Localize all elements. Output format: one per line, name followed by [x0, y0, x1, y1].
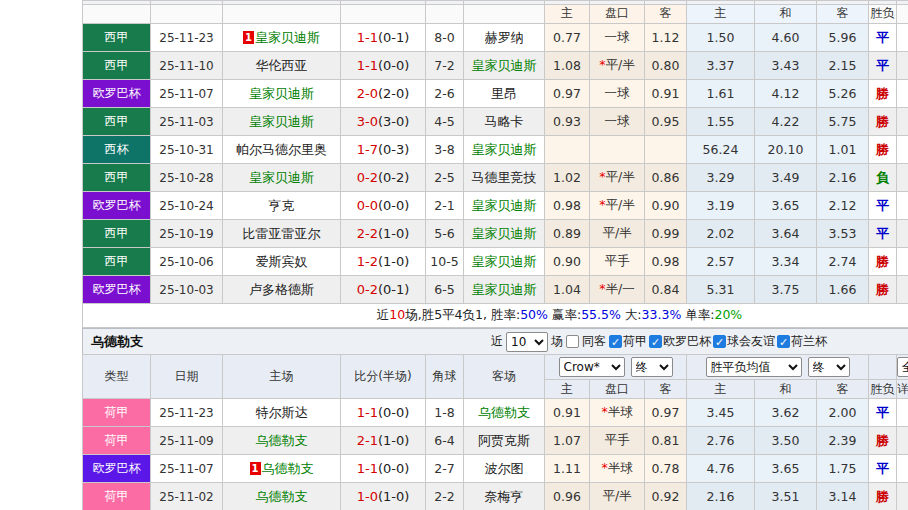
match-row: 西甲 25-10-28 皇家贝迪斯 0-2(0-2) 2-5 马德里竞技 1.0… [83, 164, 908, 192]
same-away-label: 同客 [582, 333, 606, 350]
final-odds-select-asia[interactable]: 终 [631, 357, 673, 377]
match-row: 欧罗巴杯 25-10-24 亨克 0-0(0-0) 2-1 皇家贝迪斯 0.98… [83, 192, 908, 220]
asia-away-odds: 0.90 [645, 192, 687, 220]
asia-away-odds: 0.91 [645, 80, 687, 108]
asia-home-odds: 1.11 [545, 455, 590, 483]
same-away-checkbox[interactable] [566, 335, 579, 348]
corner-count: 2-1 [426, 192, 464, 220]
match-row: 西甲 25-11-03 皇家贝迪斯 3-0(3-0) 4-5 马略卡 0.93 … [83, 108, 908, 136]
record-summary-text: 近10场,胜5平4负1, 胜率:50% 赢率:55.5% 大:33.3% 单率:… [83, 304, 908, 328]
euro-home-header: 主 [687, 380, 755, 399]
cutoff-cell [897, 136, 908, 164]
match-row: 西甲 25-10-06 爱斯宾奴 1-2(1-0) 10-5 皇家贝迪斯 0.9… [83, 248, 908, 276]
euro-draw-odds: 3.65 [755, 192, 817, 220]
away-team: 阿贾克斯 [464, 427, 545, 455]
asia-home-odds: 1.04 [545, 276, 590, 304]
final-odds-select-euro[interactable]: 终 [808, 357, 850, 377]
team2-title: 乌德勒支 [83, 333, 143, 351]
match-result: 勝 [869, 108, 897, 136]
asia-home-odds: 0.90 [545, 248, 590, 276]
match-result: 勝 [869, 483, 897, 510]
cutoff-cell [897, 248, 908, 276]
euro-home-odds: 4.76 [687, 455, 755, 483]
score-cell: 0-2(0-1) [341, 276, 426, 304]
recent-count-select[interactable]: 10 [506, 332, 548, 352]
match-row: 荷甲 25-11-02 乌德勒支 1-0(1-0) 2-2 奈梅亨 0.96 平… [83, 483, 908, 510]
league-badge: 西甲 [83, 248, 151, 276]
home-team: 乌德勒支 [223, 483, 341, 510]
summary-part: 单率: [681, 307, 714, 322]
euro-away-header: 客 [817, 380, 869, 399]
league-filter-checkbox[interactable]: ✓ [713, 335, 726, 348]
match-result: 勝 [869, 276, 897, 304]
euro-draw-header: 和 [755, 380, 817, 399]
league-filter-checkbox[interactable]: ✓ [777, 335, 790, 348]
result-header: 胜负 [869, 380, 897, 399]
euro-away-odds: 1.66 [817, 276, 869, 304]
euro-home-odds: 3.29 [687, 164, 755, 192]
avg-odds-select[interactable]: 胜平负均值 [706, 357, 802, 377]
score-cell: 1-1(0-0) [341, 52, 426, 80]
table2-header-top: 类型 日期 主场 比分(半场) 角球 客场 Crow* 终 胜平负均值 终 全 [83, 355, 908, 380]
cutoff-cell [897, 455, 908, 483]
away-team: 马略卡 [464, 108, 545, 136]
bookmaker-select[interactable]: Crow* [559, 357, 625, 377]
cutoff-select[interactable]: 全 [897, 357, 908, 377]
asia-home-odds: 0.91 [545, 399, 590, 427]
score-cell: 1-2(1-0) [341, 248, 426, 276]
away-team: 皇家贝迪斯 [464, 192, 545, 220]
match-row: 西甲 25-11-10 华伦西亚 1-1(0-0) 7-2 皇家贝迪斯 1.08… [83, 52, 908, 80]
euro-away-odds: 2.12 [817, 192, 869, 220]
corner-count: 5-6 [426, 220, 464, 248]
euro-draw-odds: 3.62 [755, 399, 817, 427]
handicap-value: *半/一 [590, 276, 645, 304]
league-badge: 欧罗巴杯 [83, 80, 151, 108]
asia-home-odds: 1.08 [545, 52, 590, 80]
asia-home-odds: 1.02 [545, 164, 590, 192]
euro-draw-odds: 20.10 [755, 136, 817, 164]
asia-home-odds: 0.98 [545, 192, 590, 220]
summary-part: 10 [389, 307, 405, 322]
cutoff-cell [897, 192, 908, 220]
handicap-value: 一球 [590, 24, 645, 52]
match-row: 西甲 25-11-23 1皇家贝迪斯 1-1(0-1) 8-0 赫罗纳 0.77… [83, 24, 908, 52]
asia-away-odds: 0.92 [645, 483, 687, 510]
match-row: 西甲 25-10-19 比雷亚雷亚尔 2-2(1-0) 5-6 皇家贝迪斯 0.… [83, 220, 908, 248]
euro-draw-odds: 3.51 [755, 483, 817, 510]
league-badge: 欧罗巴杯 [83, 276, 151, 304]
corner-count: 4-5 [426, 108, 464, 136]
corner-count: 2-6 [426, 80, 464, 108]
asia-away-odds: 0.98 [645, 248, 687, 276]
league-filter-checkbox[interactable]: ✓ [609, 335, 622, 348]
match-result: 平 [869, 399, 897, 427]
score-cell: 0-0(0-0) [341, 192, 426, 220]
match-date: 25-10-28 [151, 164, 223, 192]
asia-home-odds: 0.93 [545, 108, 590, 136]
home-team: 1乌德勒支 [223, 455, 341, 483]
match-history-panel: 主 盘口 客 主 和 客 胜负 西甲 25-11-23 1皇家贝迪斯 1-1(0… [82, 0, 908, 510]
match-row: 荷甲 25-11-23 特尔斯达 1-1(0-0) 1-8 乌德勒支 0.91 … [83, 399, 908, 427]
euro-away-odds: 1.01 [817, 136, 869, 164]
league-filter-checkbox[interactable]: ✓ [649, 335, 662, 348]
league-badge: 西甲 [83, 220, 151, 248]
euro-away-odds: 2.15 [817, 52, 869, 80]
league-filter-label: 荷兰杯 [791, 333, 827, 350]
asia-away-odds: 0.95 [645, 108, 687, 136]
date-header: 日期 [151, 355, 223, 399]
match-row: 欧罗巴杯 25-11-07 皇家贝迪斯 2-0(2-0) 2-6 里昂 0.97… [83, 80, 908, 108]
match-date: 25-11-07 [151, 80, 223, 108]
cutoff-cell [897, 52, 908, 80]
home-team: 华伦西亚 [223, 52, 341, 80]
league-filter: ✓荷甲 [609, 333, 647, 350]
corner-count: 3-8 [426, 136, 464, 164]
cutoff-cell [897, 24, 908, 52]
near-label: 近 [491, 333, 503, 350]
match-date: 25-10-24 [151, 192, 223, 220]
cutoff-cell [897, 220, 908, 248]
asia-away-odds: 0.86 [645, 164, 687, 192]
euro-home-odds: 1.55 [687, 108, 755, 136]
home-team: 皇家贝迪斯 [223, 164, 341, 192]
match-date: 25-11-07 [151, 455, 223, 483]
league-filter-list: ✓荷甲✓欧罗巴杯✓球会友谊✓荷兰杯 [609, 333, 827, 350]
euro-draw-odds: 3.75 [755, 276, 817, 304]
